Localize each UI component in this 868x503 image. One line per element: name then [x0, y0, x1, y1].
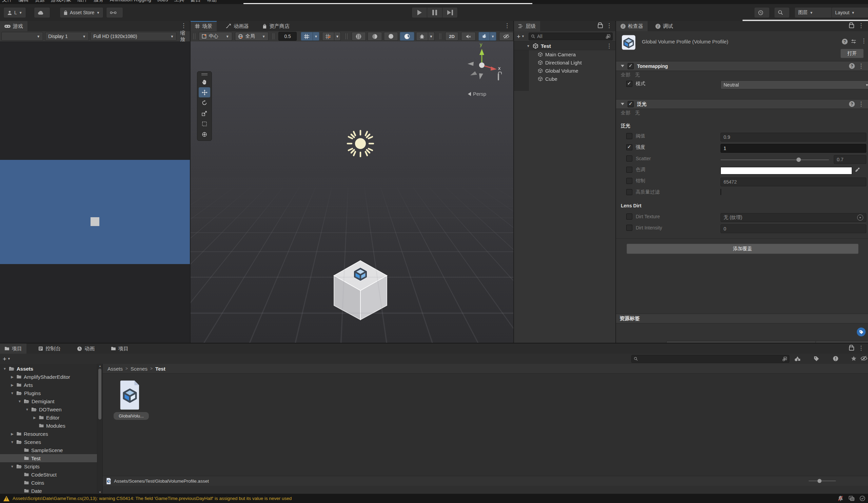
open-button[interactable]: 打开	[840, 49, 864, 58]
open-new-window-icon[interactable]	[783, 357, 787, 361]
section-kebab[interactable]: ⋮	[855, 63, 868, 69]
tab-hierarchy[interactable]: 层级	[514, 21, 540, 31]
hierarchy-item-global-volume[interactable]: Global Volume	[514, 67, 616, 75]
tab-project[interactable]: 项目	[0, 343, 27, 354]
tree-item-resources[interactable]: ▶ Resources	[0, 430, 102, 438]
slider-knob[interactable]	[796, 158, 801, 162]
scatter-field[interactable]: 0.7	[834, 155, 866, 164]
volume-gizmo-icon[interactable]	[351, 265, 370, 284]
chevron-down-icon[interactable]: ▼	[8, 357, 11, 361]
layout-dropdown[interactable]: Layout ▼	[831, 7, 868, 18]
2d-mode-toggle[interactable]: 2D	[445, 32, 458, 41]
scroll-up-arrow[interactable]: ▲	[99, 364, 101, 368]
eyedropper-icon[interactable]	[855, 167, 860, 172]
account-button[interactable]: L ▼	[3, 7, 26, 18]
perspective-toggle[interactable]: Persp	[468, 91, 486, 97]
tree-item-test[interactable]: Test	[0, 454, 102, 462]
help-icon[interactable]: ?	[849, 101, 855, 107]
tab-debug[interactable]: i 调试	[651, 21, 678, 31]
debug-validation-dropdown[interactable]: ▼	[428, 32, 435, 41]
foldout-open-icon[interactable]: ▼	[10, 465, 14, 469]
layers-dropdown[interactable]: 图层 ▼	[794, 7, 833, 18]
effects-dropdown[interactable]: ▼	[490, 32, 496, 41]
foldout-open-icon[interactable]: ▼	[18, 400, 22, 403]
menu-help[interactable]: 帮助	[206, 0, 217, 3]
cube-object[interactable]	[331, 259, 390, 322]
foldout-open-icon[interactable]: ▼	[10, 440, 14, 444]
tree-item-samplescene[interactable]: SampleScene	[0, 446, 102, 454]
tint-override-checkbox[interactable]	[626, 167, 632, 173]
step-button[interactable]	[442, 7, 458, 18]
undo-history-button[interactable]	[754, 7, 770, 18]
tonemapping-mode-dropdown[interactable]: Neutral ▼	[721, 80, 868, 89]
tree-item-scenes[interactable]: ▼ Scenes	[0, 438, 102, 446]
tab-animation[interactable]: 动画	[73, 343, 99, 354]
notifications-muted-icon[interactable]	[837, 495, 844, 501]
project-lock-icon[interactable]	[849, 346, 854, 351]
menu-assets[interactable]: 资源	[34, 0, 45, 3]
tonemapping-enabled-checkbox[interactable]	[628, 63, 634, 69]
tree-item-plugins[interactable]: ▼ Plugins	[0, 389, 102, 397]
asset-label-tag-button[interactable]	[857, 328, 866, 336]
tab-inspector[interactable]: i 检查器	[616, 21, 648, 31]
toolbar-drag-handle[interactable]	[272, 33, 275, 39]
menu-window[interactable]: 窗口	[190, 0, 200, 3]
tree-item-editor[interactable]: ▶ Editor	[0, 413, 102, 422]
tree-item-assets[interactable]: ▼ Assets	[0, 364, 102, 373]
cloud-button[interactable]	[34, 7, 50, 18]
override-all-link[interactable]: 全部	[621, 110, 630, 116]
tonemapping-section-header[interactable]: Tonemapping ? ⋮	[616, 61, 868, 71]
tab-project-2[interactable]: 项目	[106, 343, 133, 354]
grid-snap-options-dropdown[interactable]: ▼	[313, 32, 319, 41]
menu-file[interactable]: 文件	[2, 0, 12, 3]
skybox-fx-toggle[interactable]	[400, 32, 414, 41]
inspector-lock-icon[interactable]	[849, 24, 854, 28]
add-object-button[interactable]: +	[517, 33, 520, 40]
breadcrumb-test[interactable]: Test	[155, 366, 165, 372]
help-icon[interactable]: ?	[849, 63, 855, 69]
gizmo-x-label[interactable]: x	[498, 65, 501, 71]
hqf-value-checkbox[interactable]	[721, 189, 721, 195]
tree-item-codestruct[interactable]: CodeStruct	[0, 470, 102, 479]
presets-icon[interactable]	[851, 39, 857, 44]
project-search-input[interactable]	[631, 355, 789, 363]
tree-item-arts[interactable]: ▶ Arts	[0, 381, 102, 389]
intensity-field[interactable]: 1	[721, 144, 866, 153]
game-viewport[interactable]	[0, 41, 190, 343]
override-none-link[interactable]: 无	[635, 110, 640, 116]
hierarchy-scene-row[interactable]: ▼ Test ⋮	[514, 42, 616, 50]
create-asset-button[interactable]: +	[3, 356, 7, 362]
log-importance-icon[interactable]	[833, 356, 838, 361]
scatter-override-checkbox[interactable]	[626, 155, 632, 162]
menu-edit[interactable]: 编辑	[18, 0, 29, 3]
move-tool-button[interactable]	[199, 87, 210, 98]
search-button[interactable]	[774, 7, 790, 18]
shading-mode-button[interactable]	[352, 32, 366, 41]
directional-light-gizmo[interactable]	[345, 128, 376, 159]
threshold-field[interactable]: 0.9	[721, 133, 866, 142]
project-menu-kebab[interactable]: ⋮	[858, 343, 868, 354]
hidden-items-counter[interactable]: 30	[846, 355, 868, 361]
section-kebab[interactable]: ⋮	[855, 101, 868, 107]
clamp-override-checkbox[interactable]	[626, 178, 632, 184]
handle-rotation-dropdown[interactable]: 全局 ▼	[235, 32, 269, 41]
thumbnail-size-slider[interactable]	[809, 481, 836, 481]
search-by-label-icon[interactable]	[814, 356, 819, 361]
status-message[interactable]: Assets\Scripts\Date\GameTime.cs(20,13): …	[12, 496, 292, 501]
threshold-override-checkbox[interactable]	[626, 133, 632, 139]
orientation-gizmo[interactable]: y x	[462, 44, 502, 85]
palette-grip[interactable]	[198, 72, 211, 77]
scale-tool-button[interactable]	[199, 108, 210, 119]
add-override-button[interactable]: 添加覆盖	[627, 244, 858, 254]
dirt-intensity-field[interactable]: 0	[721, 224, 866, 233]
scene-menu-kebab[interactable]: ⋮	[504, 21, 513, 31]
tab-asset-store[interactable]: 资产商店	[258, 21, 294, 31]
asset-file-label[interactable]: GlobalVolu...	[114, 412, 149, 420]
open-new-window-icon[interactable]	[606, 34, 610, 39]
foldout-closed-icon[interactable]: ▶	[10, 383, 14, 387]
bloom-section-header[interactable]: 泛光 ? ⋮	[616, 99, 868, 109]
foldout-open-icon[interactable]: ▼	[10, 391, 14, 395]
foldout-closed-icon[interactable]: ▶	[10, 432, 14, 436]
hierarchy-lock-icon[interactable]	[598, 24, 603, 28]
hand-tool-button[interactable]	[199, 77, 210, 87]
